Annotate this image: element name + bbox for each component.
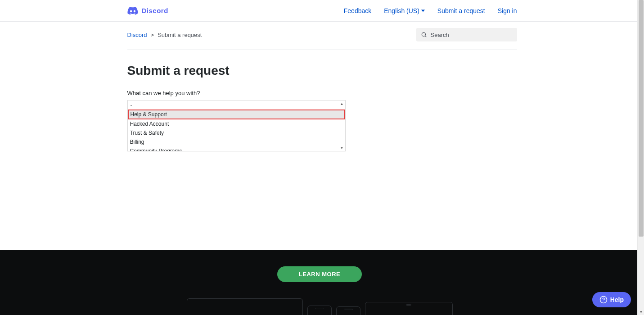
svg-point-0 — [422, 32, 425, 36]
help-dropdown-label: What can we help you with? — [127, 90, 517, 96]
devices-illustration — [187, 298, 453, 315]
page-scrollbar[interactable]: ▼ — [637, 0, 644, 315]
scrollbar-down-icon[interactable]: ▼ — [638, 309, 644, 315]
nav-submit-request[interactable]: Submit a request — [437, 7, 485, 14]
nav-language-selector[interactable]: English (US) — [384, 7, 425, 14]
search-input[interactable] — [431, 32, 513, 38]
phone-notch — [344, 309, 353, 310]
chevron-down-icon — [421, 9, 425, 13]
nav-links: Feedback English (US) Submit a request S… — [344, 7, 517, 14]
help-widget[interactable]: Help — [592, 292, 631, 307]
header-inner: Discord Feedback English (US) Submit a r… — [127, 7, 517, 15]
logo-text: Discord — [142, 7, 168, 14]
dropdown-selected[interactable]: - — [128, 100, 345, 110]
dropdown-list[interactable]: Help & Support Hacked Account Trust & Sa… — [128, 110, 345, 151]
header: Discord Feedback English (US) Submit a r… — [0, 0, 644, 22]
discord-logo-icon — [127, 7, 138, 15]
breadcrumb-root[interactable]: Discord — [127, 32, 147, 38]
dropdown-option-billing[interactable]: Billing — [128, 137, 345, 146]
breadcrumb-separator: > — [151, 32, 154, 38]
scrollbar-thumb[interactable] — [639, 0, 644, 237]
discord-logo[interactable]: Discord — [127, 7, 168, 15]
nav-language-label: English (US) — [384, 7, 419, 14]
search-box[interactable] — [416, 28, 517, 41]
page-title: Submit a request — [127, 64, 517, 78]
phone-notch — [315, 308, 324, 309]
svg-line-1 — [425, 36, 426, 37]
breadcrumb: Discord > Submit a request — [127, 32, 202, 38]
device-laptop — [187, 298, 303, 315]
dropdown-scroll-up-icon[interactable]: ▲ — [340, 101, 344, 106]
device-phone-b — [336, 306, 360, 315]
learn-more-button[interactable]: LEARN MORE — [277, 266, 362, 282]
dropdown-scroll-down-icon[interactable]: ▼ — [340, 146, 344, 150]
help-dropdown[interactable]: - ▲ Help & Support Hacked Account Trust … — [127, 100, 346, 151]
nav-signin[interactable]: Sign in — [498, 7, 517, 14]
dropdown-option-trust-safety[interactable]: Trust & Safety — [128, 128, 345, 137]
help-question-icon — [599, 296, 608, 304]
footer-section: LEARN MORE — [0, 250, 639, 315]
main-content: Discord > Submit a request Submit a requ… — [127, 22, 517, 151]
tablet-camera — [406, 304, 411, 306]
device-phone-a — [307, 306, 332, 315]
device-tablet — [365, 302, 453, 315]
nav-feedback[interactable]: Feedback — [344, 7, 371, 14]
dropdown-option-hacked[interactable]: Hacked Account — [128, 119, 345, 128]
help-widget-label: Help — [610, 296, 624, 303]
search-icon — [421, 32, 427, 38]
dropdown-option-community[interactable]: Community Programs — [128, 146, 345, 151]
dropdown-option-help-support[interactable]: Help & Support — [128, 110, 345, 119]
dropdown-selected-value: - — [131, 102, 132, 108]
breadcrumb-current: Submit a request — [158, 32, 202, 38]
content-top-row: Discord > Submit a request — [127, 28, 517, 50]
